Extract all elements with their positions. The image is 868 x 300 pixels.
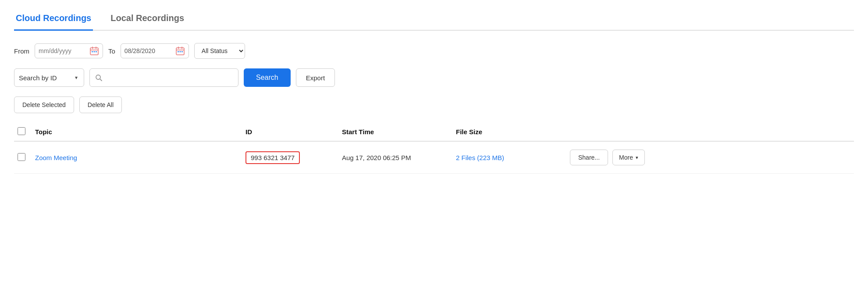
col-header-actions (566, 123, 854, 141)
table-header-row: Topic ID Start Time File Size (14, 123, 854, 141)
table-row: Zoom Meeting 993 6321 3477 Aug 17, 2020 … (14, 141, 854, 174)
more-label: More (619, 154, 633, 161)
from-calendar-icon[interactable] (89, 46, 99, 56)
file-size-link[interactable]: 2 Files (223 MB) (456, 154, 504, 161)
row-starttime-cell: Aug 17, 2020 06:25 PM (338, 141, 452, 174)
tabs-bar: Cloud Recordings Local Recordings (14, 8, 854, 31)
svg-rect-13 (181, 51, 183, 52)
tab-cloud-recordings[interactable]: Cloud Recordings (14, 9, 93, 31)
from-date-input[interactable] (39, 47, 87, 54)
search-input[interactable] (106, 74, 233, 82)
more-button[interactable]: More ▾ (612, 150, 645, 165)
share-button[interactable]: Share... (570, 150, 608, 165)
recordings-table: Topic ID Start Time File Size Zoom Meeti… (14, 123, 854, 174)
col-header-starttime: Start Time (338, 123, 452, 141)
filter-row: From To (14, 43, 854, 59)
action-row: Delete Selected Delete All (14, 96, 854, 113)
col-header-check (14, 123, 32, 141)
svg-rect-4 (92, 51, 93, 52)
to-date-input[interactable] (125, 47, 173, 54)
delete-selected-button[interactable]: Delete Selected (14, 96, 74, 113)
row-topic-cell: Zoom Meeting (32, 141, 242, 174)
svg-line-15 (100, 79, 102, 81)
to-calendar-icon[interactable] (175, 46, 185, 56)
row-action-buttons: Share... More ▾ (570, 150, 849, 165)
from-date-wrapper (35, 43, 103, 58)
col-header-topic: Topic (32, 123, 242, 141)
svg-rect-12 (179, 51, 181, 52)
search-type-dropdown[interactable]: Search by ID ▾ (14, 68, 84, 87)
row-filesize-cell: 2 Files (223 MB) (452, 141, 566, 174)
meeting-id: 993 6321 3477 (245, 151, 300, 164)
row-checkbox[interactable] (18, 153, 25, 161)
to-label: To (108, 47, 115, 55)
chevron-down-icon: ▾ (75, 75, 78, 81)
row-id-cell: 993 6321 3477 (242, 141, 338, 174)
col-header-id: ID (242, 123, 338, 141)
to-date-wrapper (121, 43, 189, 58)
tab-local-recordings[interactable]: Local Recordings (109, 9, 186, 31)
search-row: Search by ID ▾ Search Export (14, 68, 854, 87)
status-select[interactable]: All Status Completed Processing Trash (194, 43, 245, 59)
search-button[interactable]: Search (244, 68, 291, 87)
row-actions-cell: Share... More ▾ (566, 141, 854, 174)
search-input-wrapper (89, 68, 238, 87)
export-button[interactable]: Export (296, 68, 335, 87)
select-all-checkbox[interactable] (18, 127, 25, 135)
search-icon (95, 74, 102, 81)
delete-all-button[interactable]: Delete All (79, 96, 122, 113)
svg-rect-5 (94, 51, 95, 52)
chevron-down-icon: ▾ (636, 155, 638, 161)
search-type-label: Search by ID (19, 74, 57, 82)
from-label: From (14, 47, 29, 55)
row-check-cell (14, 141, 32, 174)
start-time: Aug 17, 2020 06:25 PM (342, 154, 411, 161)
topic-link[interactable]: Zoom Meeting (35, 154, 77, 161)
svg-rect-11 (178, 51, 179, 52)
col-header-filesize: File Size (452, 123, 566, 141)
svg-rect-6 (96, 51, 97, 52)
